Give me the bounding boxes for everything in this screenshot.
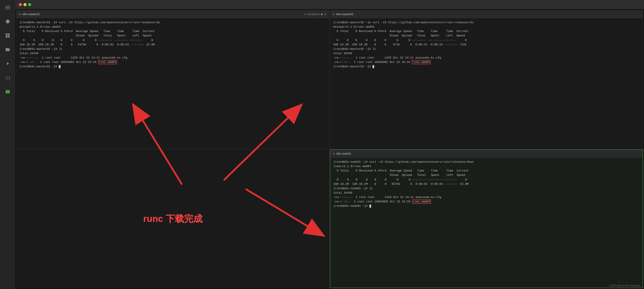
sidebar-envelope-icon[interactable] bbox=[4, 88, 12, 96]
panel-master02-title: k8s-master02 bbox=[336, 12, 354, 16]
traffic-lights bbox=[19, 3, 31, 6]
highlight-runc-node01: runc.amd64 bbox=[412, 200, 431, 204]
credit-text: CSDN @XiaoHH Superme bbox=[609, 284, 640, 287]
sidebar-grid-icon[interactable] bbox=[4, 32, 12, 40]
sidebar-menu-icon[interactable] bbox=[4, 4, 12, 12]
cursor-master01 bbox=[59, 65, 60, 68]
panel-master02-gear-icon: ⚙ bbox=[333, 12, 334, 16]
panel-node01-gear-icon: ⚙ bbox=[333, 152, 335, 156]
maximize-button[interactable] bbox=[28, 3, 31, 6]
svg-rect-3 bbox=[6, 34, 8, 35]
panel-node01-content: [root@k8s-node01 ~]# curl -LO https://gi… bbox=[330, 158, 643, 288]
highlight-runc-master01: runc.amd64 bbox=[98, 60, 117, 64]
panel-master01-title: k8s-master01 bbox=[22, 12, 40, 16]
panel-master02-titlebar: ⚙ k8s-master02 bbox=[330, 10, 643, 18]
close-button[interactable] bbox=[19, 3, 22, 6]
broadcast-label: Broadcast bbox=[308, 13, 320, 16]
panel-master02-content: [root@k8s-master02 ~]# curl -LO https://… bbox=[330, 18, 643, 149]
svg-rect-5 bbox=[6, 36, 8, 38]
panel-bottom-left: runc 下载完成 bbox=[16, 149, 330, 288]
panel-master02: ⚙ k8s-master02 [root@k8s-master02 ~]# cu… bbox=[330, 10, 643, 149]
panels-area: ⚙ k8s-master01 ⇌ Broadcast ✕ [root@k8s-m… bbox=[15, 9, 644, 289]
svg-rect-4 bbox=[8, 34, 10, 35]
svg-text:{}: {} bbox=[6, 76, 10, 80]
svg-rect-1 bbox=[5, 7, 10, 8]
svg-rect-6 bbox=[8, 36, 10, 38]
panel-master01-titlebar: ⚙ k8s-master01 ⇌ Broadcast ✕ bbox=[16, 10, 329, 18]
svg-rect-2 bbox=[5, 9, 10, 9]
cursor-node01 bbox=[370, 204, 371, 208]
sidebar-folder-icon[interactable] bbox=[4, 46, 12, 54]
cursor-master02 bbox=[372, 65, 374, 68]
annotation-text: runc 下载完成 bbox=[143, 213, 203, 225]
panel-gear-icon: ⚙ bbox=[19, 12, 21, 16]
panel-node01-titlebar: ⚙ k8s-node01 bbox=[330, 150, 643, 158]
broadcast-icon: ⇌ bbox=[304, 12, 306, 16]
panel-master01: ⚙ k8s-master01 ⇌ Broadcast ✕ [root@k8s-m… bbox=[16, 10, 330, 149]
broadcast-close[interactable]: ✕ bbox=[324, 12, 326, 16]
panel-master01-content: [root@k8s-master01 ~]# curl -LO https://… bbox=[16, 18, 329, 149]
panel-node01: ⚙ k8s-node01 [root@k8s-node01 ~]# curl -… bbox=[330, 149, 643, 288]
sidebar-braces-icon[interactable]: {} bbox=[4, 74, 12, 82]
sidebar-gear-icon[interactable] bbox=[4, 18, 12, 26]
app-titlebar bbox=[15, 0, 644, 9]
broadcast-dot bbox=[321, 14, 323, 15]
main-area: ⚙ k8s-master01 ⇌ Broadcast ✕ [root@k8s-m… bbox=[15, 0, 644, 289]
highlight-runc-master02: runc.amd64 bbox=[412, 60, 431, 64]
minimize-button[interactable] bbox=[24, 3, 26, 6]
svg-rect-0 bbox=[5, 6, 10, 6]
sidebar: {} bbox=[0, 0, 15, 289]
panel-node01-title: k8s-node01 bbox=[336, 152, 352, 155]
broadcast-area: ⇌ Broadcast ✕ bbox=[304, 12, 326, 16]
sidebar-forward-icon[interactable] bbox=[4, 60, 12, 68]
